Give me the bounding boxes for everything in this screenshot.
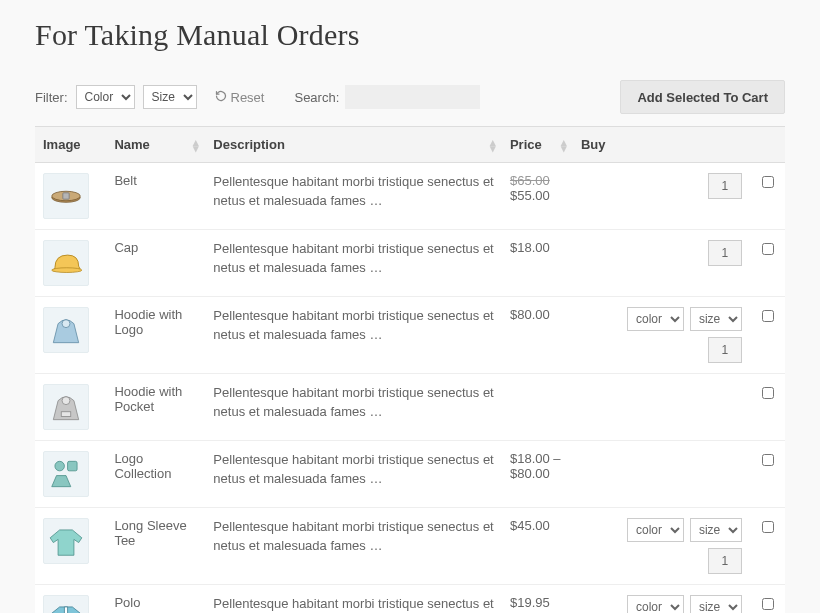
- product-thumbnail[interactable]: [43, 518, 89, 564]
- select-row-checkbox[interactable]: [762, 521, 774, 533]
- product-price: $45.00: [502, 508, 573, 585]
- svg-point-7: [55, 461, 64, 471]
- quantity-input[interactable]: [708, 337, 742, 363]
- table-row: BeltPellentesque habitant morbi tristiqu…: [35, 163, 785, 230]
- product-description: Pellentesque habitant morbi tristique se…: [205, 163, 502, 230]
- product-price: $19.95: [502, 585, 573, 614]
- undo-icon: [215, 90, 227, 105]
- add-selected-to-cart-button[interactable]: Add Selected To Cart: [620, 80, 785, 114]
- product-thumbnail[interactable]: [43, 384, 89, 430]
- col-description[interactable]: Description ▴▾: [205, 127, 502, 163]
- product-name[interactable]: Cap: [106, 230, 205, 297]
- filter-size-select[interactable]: Size: [143, 85, 197, 109]
- select-row-checkbox[interactable]: [762, 454, 774, 466]
- product-description: Pellentesque habitant morbi tristique se…: [205, 230, 502, 297]
- select-row-checkbox[interactable]: [762, 243, 774, 255]
- product-table: Image Name ▴▾ Description ▴▾ Price ▴▾ Bu…: [35, 126, 785, 613]
- svg-rect-6: [61, 412, 71, 417]
- product-price: $18.00 – $80.00: [502, 441, 573, 508]
- select-row-checkbox[interactable]: [762, 387, 774, 399]
- sort-icon: ▴▾: [490, 139, 496, 151]
- table-row: Hoodie with PocketPellentesque habitant …: [35, 374, 785, 441]
- toolbar: Filter: Color Size Reset Search: Add Sel…: [35, 80, 785, 114]
- table-row: Long Sleeve TeePellentesque habitant mor…: [35, 508, 785, 585]
- svg-point-5: [62, 397, 70, 405]
- price-current: $18.00: [510, 240, 565, 255]
- table-row: Hoodie with LogoPellentesque habitant mo…: [35, 297, 785, 374]
- svg-point-4: [62, 320, 70, 328]
- page-title: For Taking Manual Orders: [35, 18, 785, 52]
- product-thumbnail[interactable]: [43, 595, 89, 613]
- col-description-label: Description: [213, 137, 285, 152]
- variant-size-select[interactable]: size: [690, 595, 742, 613]
- reset-label: Reset: [231, 90, 265, 105]
- product-price: [502, 374, 573, 441]
- table-row: PoloPellentesque habitant morbi tristiqu…: [35, 585, 785, 614]
- reset-button[interactable]: Reset: [215, 90, 265, 105]
- sort-icon: ▴▾: [561, 139, 567, 151]
- col-name[interactable]: Name ▴▾: [106, 127, 205, 163]
- quantity-input[interactable]: [708, 548, 742, 574]
- variant-color-select[interactable]: color: [627, 307, 684, 331]
- search-label: Search:: [294, 90, 339, 105]
- product-description: Pellentesque habitant morbi tristique se…: [205, 585, 502, 614]
- product-name[interactable]: Belt: [106, 163, 205, 230]
- product-thumbnail[interactable]: [43, 173, 89, 219]
- product-description: Pellentesque habitant morbi tristique se…: [205, 374, 502, 441]
- table-row: CapPellentesque habitant morbi tristique…: [35, 230, 785, 297]
- product-description: Pellentesque habitant morbi tristique se…: [205, 441, 502, 508]
- product-price: $18.00: [502, 230, 573, 297]
- price-current: $80.00: [510, 307, 565, 322]
- product-thumbnail[interactable]: [43, 240, 89, 286]
- svg-rect-8: [68, 461, 78, 471]
- product-name[interactable]: Logo Collection: [106, 441, 205, 508]
- search-input[interactable]: [345, 85, 480, 109]
- variant-color-select[interactable]: color: [627, 518, 684, 542]
- variant-color-select[interactable]: color: [627, 595, 684, 613]
- product-price: $65.00$55.00: [502, 163, 573, 230]
- product-name[interactable]: Hoodie with Pocket: [106, 374, 205, 441]
- product-thumbnail[interactable]: [43, 307, 89, 353]
- variant-size-select[interactable]: size: [690, 307, 742, 331]
- price-current: $55.00: [510, 188, 565, 203]
- quantity-input[interactable]: [708, 240, 742, 266]
- product-name[interactable]: Polo: [106, 585, 205, 614]
- filter-color-select[interactable]: Color: [76, 85, 135, 109]
- product-price: $80.00: [502, 297, 573, 374]
- quantity-input[interactable]: [708, 173, 742, 199]
- product-thumbnail[interactable]: [43, 451, 89, 497]
- select-row-checkbox[interactable]: [762, 598, 774, 610]
- svg-rect-2: [63, 193, 69, 199]
- product-description: Pellentesque habitant morbi tristique se…: [205, 508, 502, 585]
- col-buy: Buy: [573, 127, 785, 163]
- product-name[interactable]: Hoodie with Logo: [106, 297, 205, 374]
- select-row-checkbox[interactable]: [762, 176, 774, 188]
- variant-size-select[interactable]: size: [690, 518, 742, 542]
- product-name[interactable]: Long Sleeve Tee: [106, 508, 205, 585]
- svg-point-3: [52, 268, 82, 273]
- sort-icon: ▴▾: [193, 139, 199, 151]
- price-original: $65.00: [510, 173, 565, 188]
- filter-label: Filter:: [35, 90, 68, 105]
- price-current: $18.00 – $80.00: [510, 451, 565, 481]
- product-description: Pellentesque habitant morbi tristique se…: [205, 297, 502, 374]
- col-price[interactable]: Price ▴▾: [502, 127, 573, 163]
- col-name-label: Name: [114, 137, 149, 152]
- table-row: Logo CollectionPellentesque habitant mor…: [35, 441, 785, 508]
- price-current: $45.00: [510, 518, 565, 533]
- col-price-label: Price: [510, 137, 542, 152]
- col-image: Image: [35, 127, 106, 163]
- price-current: $19.95: [510, 595, 565, 610]
- select-row-checkbox[interactable]: [762, 310, 774, 322]
